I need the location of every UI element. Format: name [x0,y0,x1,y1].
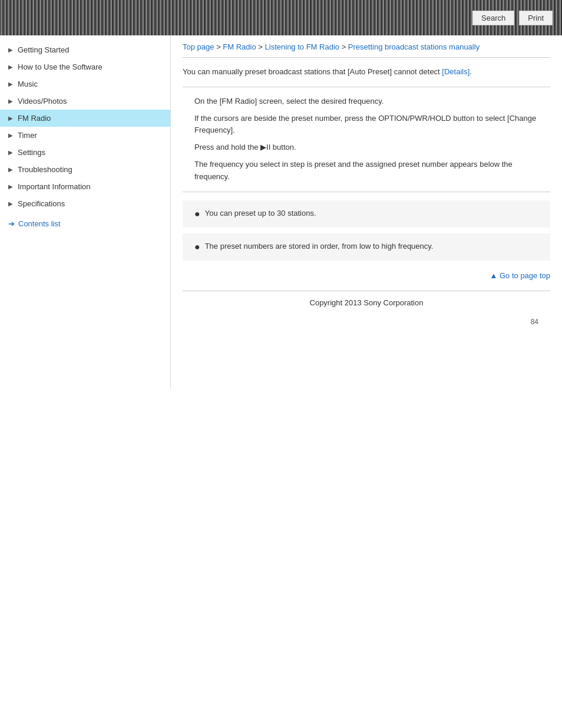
sidebar-item-label: Important Information [18,182,91,191]
breadcrumb: Top page > FM Radio > Listening to FM Ra… [183,35,550,58]
sidebar-item-music[interactable]: ▶ Music [0,75,170,93]
sidebar-item-settings[interactable]: ▶ Settings [0,144,170,161]
arrow-right-icon: ➔ [8,219,15,228]
print-button[interactable]: Print [519,11,553,25]
step-2: If the cursors are beside the preset num… [183,110,550,140]
copyright-text: Copyright 2013 Sony Corporation [310,298,424,307]
chevron-right-icon: ▶ [8,200,14,207]
step-1: On the [FM Radio] screen, select the des… [183,93,550,110]
step-1-text: On the [FM Radio] screen, select the des… [194,97,384,106]
step-2-text: If the cursors are beside the preset num… [194,114,536,135]
footer: Copyright 2013 Sony Corporation [183,291,550,314]
sidebar-item-troubleshooting[interactable]: ▶ Troubleshooting [0,161,170,178]
breadcrumb-fm-radio[interactable]: FM Radio [223,42,256,51]
step-4: The frequency you select in step is pres… [183,156,550,186]
chevron-right-icon: ▶ [8,64,14,70]
sidebar-item-label: Getting Started [18,45,69,54]
sidebar-item-label: Specifications [18,199,65,208]
sidebar-item-fm-radio[interactable]: ▶ FM Radio [0,110,170,127]
step-4-text: The frequency you select in step is pres… [194,160,513,181]
breadcrumb-sep1: > [216,42,223,51]
sidebar-item-label: Music [18,80,38,88]
sidebar-item-label: Troubleshooting [18,165,72,174]
sidebar-item-label: Timer [18,131,37,140]
sidebar-item-how-to-use[interactable]: ▶ How to Use the Software [0,58,170,75]
sidebar-item-label: FM Radio [18,114,51,123]
chevron-right-icon: ▶ [8,115,14,121]
intro-text-after-link: . [470,67,472,76]
chevron-right-icon: ▶ [8,132,14,139]
breadcrumb-top-page[interactable]: Top page [183,42,214,51]
page-layout: ▶ Getting Started ▶ How to Use the Softw… [0,35,562,389]
breadcrumb-current[interactable]: Presetting broadcast stations manually [348,42,480,51]
sidebar-item-getting-started[interactable]: ▶ Getting Started [0,41,170,58]
sidebar: ▶ Getting Started ▶ How to Use the Softw… [0,35,171,389]
sidebar-item-label: Settings [18,148,45,157]
go-to-page-top-link[interactable]: ▲ Go to page top [490,271,551,280]
note-bullet-1: ● [194,207,200,220]
page-number-value: 84 [531,318,538,326]
sidebar-item-label: How to Use the Software [18,62,103,71]
contents-list-label: Contents list [18,219,61,228]
main-content: Top page > FM Radio > Listening to FM Ra… [171,35,562,389]
note-box-2: ● The preset numbers are stored in order… [183,233,550,261]
note-text-1: You can preset up to 30 stations. [205,207,316,220]
sidebar-item-timer[interactable]: ▶ Timer [0,127,170,144]
intro-text-before-link: You can manually preset broadcast statio… [183,67,442,76]
page-top-area: ▲ Go to page top [183,266,550,285]
chevron-right-icon: ▶ [8,47,14,53]
contents-list-link[interactable]: ➔ Contents list [0,215,170,233]
sidebar-item-specifications[interactable]: ▶ Specifications [0,195,170,212]
note-text-2: The preset numbers are stored in order, … [205,241,434,253]
sidebar-item-label: Videos/Photos [18,97,67,106]
step-3-text: Press and hold the ▶II button. [194,143,296,151]
chevron-right-icon: ▶ [8,166,14,173]
step-3: Press and hold the ▶II button. [183,139,550,156]
breadcrumb-listening[interactable]: Listening to FM Radio [265,42,339,51]
header: Search Print [0,0,562,35]
page-number: 84 [183,314,550,326]
sidebar-item-important-information[interactable]: ▶ Important Information [0,178,170,195]
intro-text: You can manually preset broadcast statio… [183,66,550,78]
chevron-right-icon: ▶ [8,183,14,190]
breadcrumb-sep3: > [342,42,348,51]
search-button[interactable]: Search [472,11,514,25]
chevron-right-icon: ▶ [8,149,14,156]
breadcrumb-sep2: > [258,42,265,51]
note-bullet-2: ● [194,241,200,253]
chevron-right-icon: ▶ [8,81,14,87]
details-link[interactable]: [Details] [442,67,470,76]
sidebar-item-videos-photos[interactable]: ▶ Videos/Photos [0,93,170,110]
note-box-1: ● You can preset up to 30 stations. [183,200,550,228]
chevron-right-icon: ▶ [8,98,14,104]
steps-container: On the [FM Radio] screen, select the des… [183,87,550,192]
